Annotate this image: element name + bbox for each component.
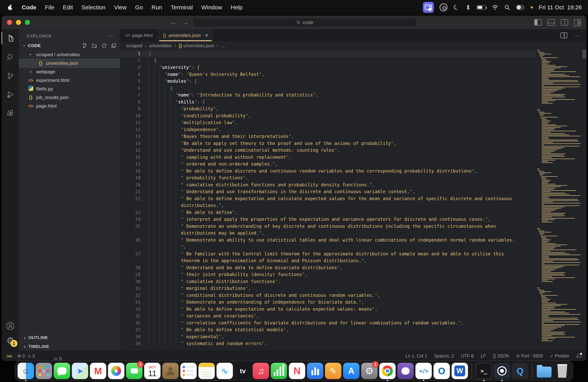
dock-icon-appstore[interactable]: A xyxy=(343,363,359,379)
status-language-mode[interactable]: {} JSON xyxy=(493,353,509,359)
settings-gear-icon[interactable]: ⚙ 1 xyxy=(6,335,14,346)
toggle-primary-sidebar-icon[interactable] xyxy=(534,19,542,25)
close-window-button[interactable] xyxy=(7,20,12,25)
dock-icon-finder[interactable]: ☺ xyxy=(18,363,34,379)
dock-icon-outlook[interactable]: O xyxy=(434,363,450,379)
bluetooth-icon[interactable] xyxy=(465,4,471,11)
status-cursor-position[interactable]: Ln 1, Col 1 xyxy=(405,353,427,359)
close-tab-icon[interactable]: × xyxy=(205,32,208,39)
dock-icon-contacts[interactable] xyxy=(162,363,179,379)
minimize-window-button[interactable] xyxy=(16,20,21,25)
status-live-server-port[interactable]: ⊘ Port : 5500 xyxy=(516,353,543,359)
extensions-view-icon[interactable] xyxy=(1,104,19,123)
dock-icon-chrome[interactable] xyxy=(379,363,396,379)
dock-icon-keynote[interactable] xyxy=(307,363,323,379)
editor-more-actions-icon[interactable]: ··· xyxy=(574,32,581,39)
dock-icon-quicktime[interactable]: Q xyxy=(512,363,528,379)
workspace-section-header[interactable]: › CODE xyxy=(19,42,120,50)
apple-menu-icon[interactable] xyxy=(7,4,13,11)
navigate-back-button[interactable]: ← xyxy=(170,19,177,26)
menu-item-terminal[interactable]: Terminal xyxy=(171,4,193,11)
remote-window-indicator[interactable]: >< xyxy=(7,353,11,359)
dock-icon-pages[interactable]: ✎ xyxy=(325,363,341,379)
dock-icon-music[interactable]: ♫ xyxy=(253,363,269,379)
dock-icon-calendar[interactable]: OCT11 xyxy=(144,363,161,379)
navigate-forward-button[interactable]: → xyxy=(182,19,189,26)
dock-icon-facetime[interactable]: 1 xyxy=(126,363,143,379)
battery-icon[interactable] xyxy=(477,5,486,10)
wifi-icon[interactable] xyxy=(492,5,498,10)
dock-icon-terminal[interactable]: >_ xyxy=(476,363,492,379)
dock-icon-trash[interactable] xyxy=(554,363,570,379)
breadcrumb-item[interactable]: … xyxy=(221,43,226,48)
file-tree-item-scraped-universities[interactable]: ›scraped / universities xyxy=(19,50,120,59)
run-and-debug-view-icon[interactable] xyxy=(1,85,19,104)
dock-icon-photos[interactable] xyxy=(108,363,125,379)
spotlight-search-icon[interactable] xyxy=(504,4,510,10)
menu-item-file[interactable]: File xyxy=(45,4,54,11)
dock-icon-stocks[interactable] xyxy=(271,363,287,379)
menu-item-edit[interactable]: Edit xyxy=(63,4,73,11)
file-tree-item-page-html[interactable]: <>page.html xyxy=(19,102,120,110)
dock-icon-freeform[interactable]: ∿ xyxy=(217,363,233,379)
problems-indicator[interactable]: ⊗ 0 ⚠ 0 xyxy=(17,353,35,359)
control-center-icon[interactable] xyxy=(516,4,525,10)
menu-item-window[interactable]: Window xyxy=(201,4,222,11)
ports-indicator[interactable]: 0 xyxy=(41,351,62,361)
collapse-folders-icon[interactable] xyxy=(111,43,116,48)
refresh-explorer-icon[interactable] xyxy=(101,43,107,48)
new-file-icon[interactable] xyxy=(82,43,87,48)
editor-scrollbar[interactable] xyxy=(582,50,587,351)
dock-icon-vscode[interactable]: </> xyxy=(416,363,432,379)
file-tree-item-filefix-py[interactable]: filefix.py xyxy=(19,85,120,93)
tab-unversities-json[interactable]: {} unversities.json × xyxy=(158,29,213,42)
file-tree-item-job-results-json[interactable]: {}job_results.json xyxy=(19,93,120,102)
dock-icon-github[interactable] xyxy=(398,363,414,379)
menu-item-selection[interactable]: Selection xyxy=(82,4,105,11)
dock-icon-launchpad[interactable] xyxy=(36,363,52,379)
outline-section[interactable]: › OUTLINE xyxy=(19,333,120,342)
dock-icon-news[interactable]: N xyxy=(289,363,305,379)
file-tree-item-experiment-html[interactable]: <>experiment.html xyxy=(19,76,120,85)
dock-icon-appletv[interactable]: tv xyxy=(235,363,251,379)
menu-app-name[interactable]: Code xyxy=(22,4,36,11)
zoom-window-button[interactable] xyxy=(25,20,30,25)
status-formatter[interactable]: ✓ Prettier xyxy=(550,353,569,359)
customize-layout-icon[interactable] xyxy=(574,19,581,25)
code-editor[interactable]: 1[2{3university: {4name: Queen's Univers… xyxy=(120,50,587,351)
menu-item-go[interactable]: Go xyxy=(135,4,143,11)
scrollbar-thumb[interactable] xyxy=(582,50,586,59)
file-tree-item-webpage[interactable]: ›webpage xyxy=(19,67,120,76)
tab-page-html[interactable]: <> page.html xyxy=(120,29,158,42)
minimap[interactable] xyxy=(536,50,582,351)
obs-menu-icon[interactable] xyxy=(440,3,447,11)
new-folder-icon[interactable] xyxy=(92,43,97,48)
explorer-view-icon[interactable] xyxy=(1,29,19,48)
dock-icon-gmail[interactable]: M xyxy=(90,363,106,379)
dock-icon-messages[interactable] xyxy=(54,363,70,379)
toggle-secondary-sidebar-icon[interactable] xyxy=(561,19,568,25)
notifications-bell-icon[interactable] xyxy=(576,354,581,359)
toggle-panel-icon[interactable] xyxy=(547,19,555,25)
breadcrumb-item[interactable]: universities xyxy=(149,43,172,48)
explorer-more-actions-icon[interactable]: ··· xyxy=(108,33,115,39)
file-tree-item-unversities-json[interactable]: {}unversities.json xyxy=(19,59,120,67)
split-editor-icon[interactable] xyxy=(561,32,567,38)
status-eol[interactable]: LF xyxy=(481,353,486,359)
dock-icon-word[interactable]: W xyxy=(452,363,468,379)
dock-icon-downloads[interactable] xyxy=(536,363,552,379)
dock-icon-notes[interactable] xyxy=(199,363,215,379)
dock-icon-obs[interactable] xyxy=(494,363,510,379)
menu-item-help[interactable]: Help xyxy=(231,4,243,11)
accounts-icon[interactable] xyxy=(1,317,19,335)
menu-item-run[interactable]: Run xyxy=(151,4,162,11)
menu-bar-clock[interactable]: Fri 11 Oct 19:26 xyxy=(539,4,582,11)
menu-item-view[interactable]: View xyxy=(114,4,126,11)
search-view-icon[interactable] xyxy=(1,48,19,66)
breadcrumb-item[interactable]: scraped xyxy=(126,43,142,48)
source-control-view-icon[interactable] xyxy=(1,66,19,85)
status-indentation[interactable]: Spaces: 2 xyxy=(434,353,454,359)
window-title-bar[interactable]: ← → code xyxy=(1,16,587,29)
focus-moon-icon[interactable]: ☾ xyxy=(452,2,461,12)
dock-icon-reminders[interactable] xyxy=(180,363,197,379)
